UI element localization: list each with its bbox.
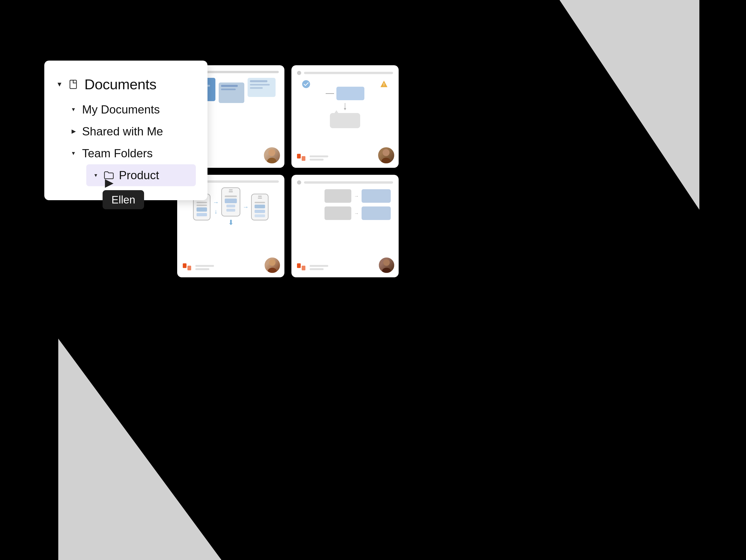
team-folders-label: Team Folders [82,147,153,160]
phone-mock-2 [221,187,240,216]
check-icon [302,80,311,89]
chevron-down-icon: ▼ [56,81,63,88]
card-dot-4 [297,180,301,184]
cards-container: ! [177,65,399,277]
nav-item-documents[interactable]: ▼ Documents [56,72,196,96]
svg-point-13 [269,259,276,266]
chevron-down-icon-team: ▼ [70,150,77,156]
svg-point-7 [381,158,391,164]
nav-children: ▼ My Documents ▶ Shared with Me ▼ Team F… [56,98,196,186]
svg-rect-9 [297,154,301,158]
avatar-man-1 [377,147,395,164]
avatar-man-2 [378,257,395,273]
svg-point-4 [302,80,310,88]
warning-icon: ! [379,80,389,89]
document-icon [67,78,79,90]
svg-point-18 [383,259,390,266]
chevron-down-icon-my-docs: ▼ [70,107,77,113]
my-documents-label: My Documents [82,103,160,116]
mobile-down-arrow: ↓ [214,208,218,215]
svg-rect-20 [302,266,306,270]
card-footer-4 [296,262,328,273]
nav-item-shared-with-me[interactable]: ▶ Shared with Me [70,120,196,142]
card-title-line-2 [304,72,393,74]
cursor-tooltip: Ellen [103,190,144,209]
shared-with-me-label: Shared with Me [82,125,163,138]
lucid-logo-icon-4 [296,262,306,273]
avatar-woman-1 [263,147,281,164]
chevron-right-icon-shared: ▶ [70,128,77,135]
card-top-right[interactable]: ! [291,65,399,168]
chevron-down-icon-product: ▼ [92,173,99,178]
lucid-logo-icon-2 [296,153,306,163]
svg-point-17 [382,268,391,273]
svg-rect-19 [297,263,301,268]
avatar-woman-2 [264,257,281,273]
documents-label: Documents [84,76,156,92]
svg-text:!: ! [383,83,384,87]
card-topbar-2 [297,71,393,75]
svg-point-12 [268,268,277,273]
svg-point-8 [382,149,389,156]
mobile-right-arrow-top: → [213,199,219,206]
bg-shape-top [560,0,699,210]
card-title-line-4 [304,181,393,184]
nav-item-team-folders[interactable]: ▼ Team Folders [70,142,196,164]
cursor-area: ▶ Ellen [103,177,144,209]
nav-item-my-documents[interactable]: ▼ My Documents [70,98,196,120]
svg-rect-14 [183,263,186,268]
card-footer-3 [182,262,214,273]
lucid-logo-icon-3 [182,262,192,273]
svg-point-2 [267,158,277,164]
mobile-right-arrow-bottom: → [243,203,249,211]
bg-shape-bottom [58,338,222,560]
cursor-icon: ▶ [105,177,114,188]
phone-mock-3 [251,194,268,220]
card-dot-2 [297,71,301,75]
card-bottom-right[interactable]: → → [291,175,399,277]
svg-rect-15 [188,266,191,270]
svg-point-3 [268,149,275,156]
card-footer-2 [296,153,328,163]
card-topbar-4 [297,180,393,184]
mobile-down-arrow-2: ⬇ [228,218,234,227]
svg-rect-10 [302,156,306,161]
